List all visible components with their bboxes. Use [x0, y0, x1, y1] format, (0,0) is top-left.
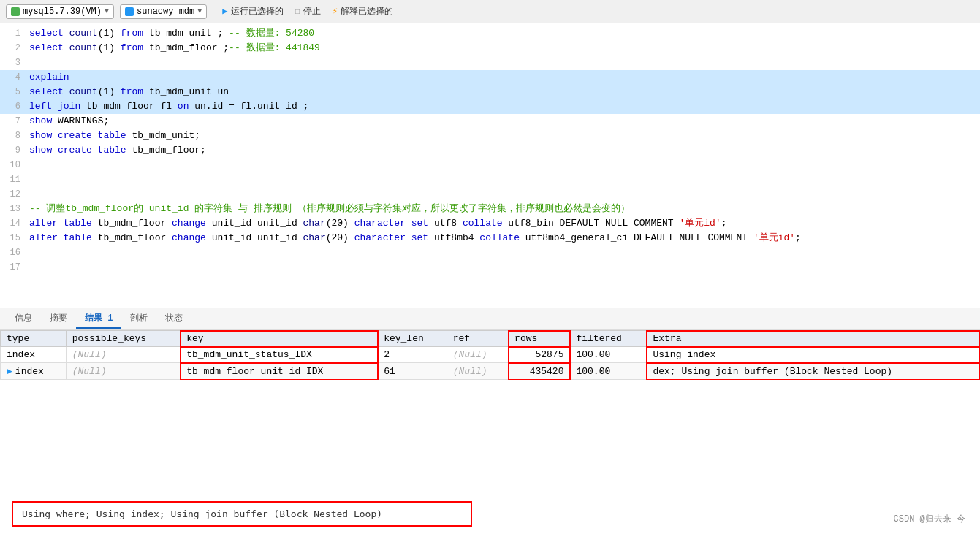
- toolbar: mysql5.7.39(VM) ▼ sunacwy_mdm ▼ ▶ 运行已选择的…: [0, 0, 980, 23]
- cell-possible-keys-2: (Null): [66, 363, 181, 380]
- db2-label: sunacwy_mdm: [137, 7, 194, 17]
- cell-key-2: tb_mdm_floor_unit_id_IDX: [181, 363, 378, 380]
- line-content-8: show create table tb_mdm_unit;: [29, 129, 980, 143]
- tabs-bar: 信息 摘要 结果 1 剖析 状态: [0, 308, 980, 330]
- cell-type-1: index: [1, 347, 67, 363]
- line-num-4: 4: [0, 70, 29, 85]
- code-line-10: 10: [0, 158, 980, 172]
- line-content-7: show WARNINGS;: [29, 114, 980, 129]
- db1-icon: [11, 7, 20, 16]
- code-line-17: 17: [0, 260, 980, 275]
- line-num-2: 2: [0, 41, 29, 56]
- cell-ref-2: (Null): [447, 363, 508, 380]
- line-content-9: show create table tb_mdm_floor;: [29, 143, 980, 158]
- col-filtered: filtered: [570, 331, 647, 347]
- cell-rows-1: 52875: [509, 347, 570, 363]
- cell-key-1: tb_mdm_unit_status_IDX: [181, 347, 378, 363]
- db1-selector[interactable]: mysql5.7.39(VM) ▼: [6, 4, 114, 19]
- code-editor[interactable]: 1 select count(1) from tb_mdm_unit ; -- …: [0, 23, 980, 308]
- line-num-9: 9: [0, 143, 29, 158]
- line-content-14: alter table tb_mdm_floor change unit_id …: [29, 216, 980, 231]
- run-label: 运行已选择的: [231, 5, 284, 18]
- line-content-13: -- 调整tb_mdm_floor的 unit_id 的字符集 与 排序规则 （…: [29, 202, 980, 216]
- db2-icon: [125, 7, 134, 16]
- bottom-panel: 信息 摘要 结果 1 剖析 状态 type possible_keys key …: [0, 308, 980, 534]
- explain-icon: ⚡: [333, 6, 338, 17]
- code-line-15: 15 alter table tb_mdm_floor change unit_…: [0, 231, 980, 245]
- watermark-text: CSDN @归去来 今: [894, 514, 965, 525]
- col-rows: rows: [509, 331, 570, 347]
- tab-info[interactable]: 信息: [6, 309, 41, 329]
- db1-label: mysql5.7.39(VM): [23, 7, 102, 17]
- line-num-12: 12: [0, 187, 29, 202]
- table-row: index (Null) tb_mdm_unit_status_IDX 2 (N…: [1, 347, 980, 363]
- extra-info-box: Using where; Using index; Using join buf…: [12, 501, 472, 527]
- col-type: type: [1, 331, 67, 347]
- line-num-14: 14: [0, 216, 29, 231]
- code-line-13: 13 -- 调整tb_mdm_floor的 unit_id 的字符集 与 排序规…: [0, 202, 980, 216]
- line-num-13: 13: [0, 202, 29, 216]
- stop-label: 停止: [303, 5, 321, 18]
- code-line-14: 14 alter table tb_mdm_floor change unit_…: [0, 216, 980, 231]
- line-num-11: 11: [0, 172, 29, 187]
- table-row: ▶index (Null) tb_mdm_floor_unit_id_IDX 6…: [1, 363, 980, 380]
- tab-profile[interactable]: 剖析: [121, 309, 156, 329]
- db2-selector[interactable]: sunacwy_mdm ▼: [120, 4, 207, 19]
- code-line-1: 1 select count(1) from tb_mdm_unit ; -- …: [0, 26, 980, 41]
- code-line-16: 16: [0, 245, 980, 260]
- run-icon: ▶: [222, 6, 227, 17]
- line-content-2: select count(1) from tb_mdm_floor ;-- 数据…: [29, 41, 980, 56]
- line-num-17: 17: [0, 260, 29, 275]
- line-num-1: 1: [0, 26, 29, 41]
- line-num-10: 10: [0, 158, 29, 172]
- cell-type-2: ▶index: [1, 363, 67, 380]
- stop-button[interactable]: ☐ 停止: [292, 4, 324, 19]
- row-indicator: ▶: [7, 366, 12, 377]
- line-num-5: 5: [0, 85, 29, 99]
- code-line-2: 2 select count(1) from tb_mdm_floor ;-- …: [0, 41, 980, 56]
- extra-info-text: Using where; Using index; Using join buf…: [22, 508, 382, 519]
- code-line-9: 9 show create table tb_mdm_floor;: [0, 143, 980, 158]
- line-content-15: alter table tb_mdm_floor change unit_id …: [29, 231, 980, 245]
- cell-keylen-2: 61: [378, 363, 447, 380]
- code-line-7: 7 show WARNINGS;: [0, 114, 980, 129]
- watermark: CSDN @归去来 今: [894, 513, 965, 525]
- code-line-11: 11: [0, 172, 980, 187]
- cell-extra-2: dex; Using join buffer (Block Nested Loo…: [647, 363, 980, 380]
- cell-extra-1: Using index: [647, 347, 980, 363]
- line-content-5: select count(1) from tb_mdm_unit un: [29, 85, 980, 99]
- explain-label: 解释已选择的: [341, 5, 393, 18]
- code-line-5: 5 select count(1) from tb_mdm_unit un: [0, 85, 980, 99]
- code-line-4: 4 explain: [0, 70, 980, 85]
- col-possible-keys: possible_keys: [66, 331, 181, 347]
- cell-rows-2: 435420: [509, 363, 570, 380]
- results-table: type possible_keys key key_len ref rows …: [0, 330, 980, 380]
- tab-status[interactable]: 状态: [156, 309, 191, 329]
- code-line-12: 12: [0, 187, 980, 202]
- line-num-16: 16: [0, 245, 29, 260]
- explain-button[interactable]: ⚡ 解释已选择的: [330, 4, 396, 19]
- col-keylen: key_len: [378, 331, 447, 347]
- tab-summary[interactable]: 摘要: [41, 309, 76, 329]
- col-extra: Extra: [647, 331, 980, 347]
- col-ref: ref: [447, 331, 508, 347]
- run-button[interactable]: ▶ 运行已选择的: [219, 4, 286, 19]
- line-content-4: explain: [29, 70, 980, 85]
- col-key: key: [181, 331, 378, 347]
- line-content-6: left join tb_mdm_floor fl on un.id = fl.…: [29, 99, 980, 114]
- db1-chevron: ▼: [105, 7, 109, 15]
- cell-ref-1: (Null): [447, 347, 508, 363]
- code-line-8: 8 show create table tb_mdm_unit;: [0, 129, 980, 143]
- cell-filtered-2: 100.00: [570, 363, 647, 380]
- line-num-6: 6: [0, 99, 29, 114]
- line-content-1: select count(1) from tb_mdm_unit ; -- 数据…: [29, 26, 980, 41]
- toolbar-divider: [213, 4, 213, 19]
- tab-result1[interactable]: 结果 1: [76, 309, 121, 329]
- cell-possible-keys-1: (Null): [66, 347, 181, 363]
- results-area: type possible_keys key key_len ref rows …: [0, 330, 980, 380]
- code-line-6: 6 left join tb_mdm_floor fl on un.id = f…: [0, 99, 980, 114]
- line-num-3: 3: [0, 56, 29, 70]
- line-num-8: 8: [0, 129, 29, 143]
- code-line-3: 3: [0, 56, 980, 70]
- line-num-7: 7: [0, 114, 29, 129]
